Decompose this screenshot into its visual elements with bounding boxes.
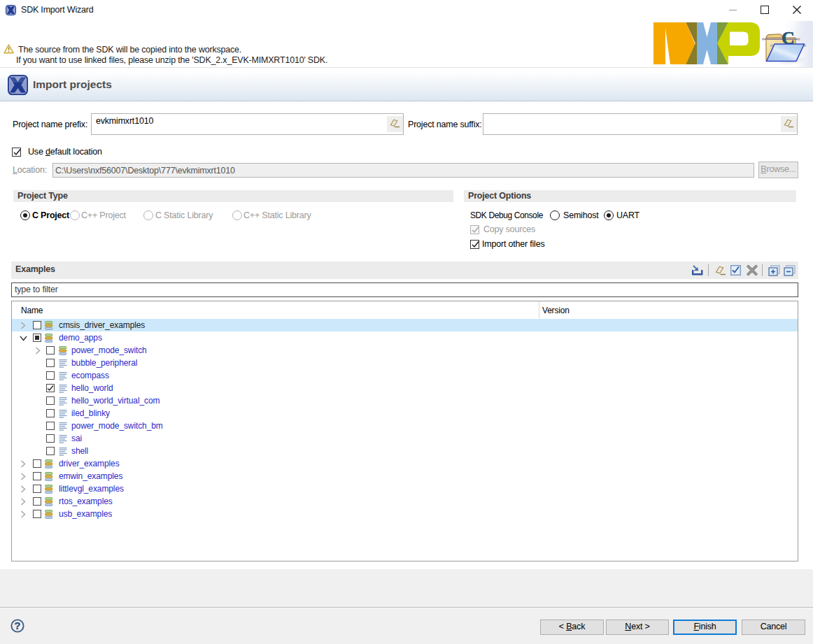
svg-text:?: ? [15, 620, 21, 631]
